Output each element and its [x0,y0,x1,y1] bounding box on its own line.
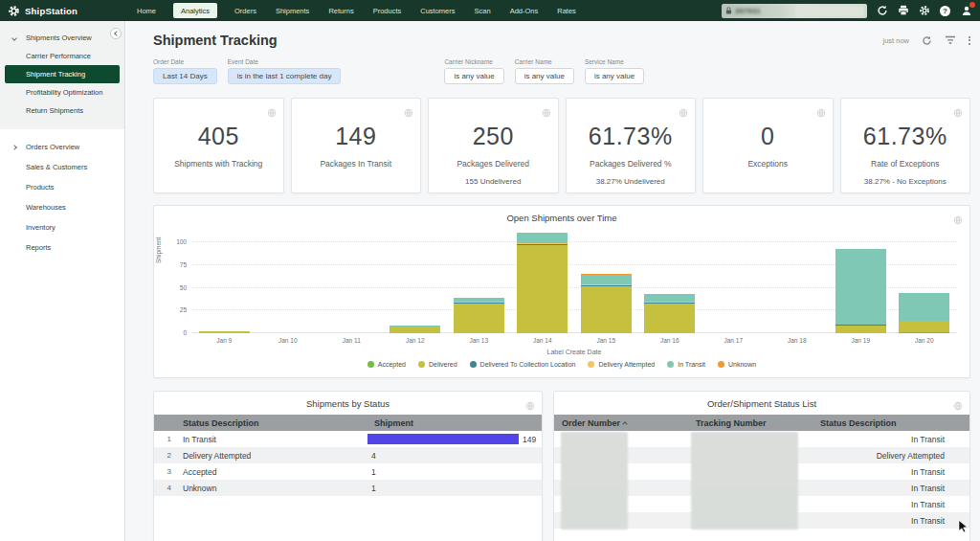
bar-jan-12[interactable] [384,231,448,333]
legend-item[interactable]: Delivery Attempted [588,361,655,368]
tables-row: Shipments by Status Status Description S… [153,391,970,541]
bar-jan-16[interactable] [638,231,702,333]
table-row[interactable]: 2 Delivery Attempted 4 [154,447,542,463]
bar-segment [899,321,949,332]
main-content: Shipment Tracking just now Order Date La… [126,21,980,541]
bar-segment [390,327,440,333]
explore-tile-icon[interactable] [816,104,826,122]
explore-tile-icon[interactable] [542,104,551,122]
explore-tile-icon[interactable] [953,104,963,122]
legend-dot [718,361,724,368]
bar-jan-14[interactable] [511,231,575,333]
sidebar-item-products[interactable]: Products [0,177,124,197]
sidebar-item-reports[interactable]: Reports [0,237,124,258]
table-header: Status Description Shipment [154,415,542,431]
bar-jan-17[interactable] [702,231,766,333]
table-row[interactable]: 1 In Transit 149 [154,431,542,447]
nav-item-orders[interactable]: Orders [233,4,258,18]
column-status-description[interactable]: Status Description [175,418,367,428]
help-icon[interactable]: ? [939,5,951,17]
bar-jan-19[interactable] [829,231,893,333]
kpi-card-3: 61.73%Packages Delivered %38.27% Undeliv… [566,98,697,193]
nav-item-analytics[interactable]: Analytics [173,3,217,18]
top-nav: ShipStation Home Analytics Orders Shipme… [0,0,980,21]
bar-jan-13[interactable] [447,231,511,333]
nav-item-shipments[interactable]: Shipments [274,4,311,18]
nav-item-products[interactable]: Products [371,4,404,18]
legend-item[interactable]: Accepted [368,361,406,368]
sidebar-item-shipments-overview[interactable]: Shipments Overview [0,29,124,47]
bar-segment [835,249,886,326]
service-name-filter[interactable]: is any value [585,68,644,84]
explore-tile-icon[interactable] [679,104,688,122]
legend-item[interactable]: Delivered To Collection Location [470,361,576,368]
sidebar-item-shipment-tracking[interactable]: Shipment Tracking [5,65,120,83]
redacted-tracking-numbers [691,432,798,530]
bar-jan-18[interactable] [766,231,830,333]
explore-tile-icon[interactable] [404,104,413,122]
y-axis-label: Shipment [155,237,162,263]
sidebar-group-shipments-overview: Shipments Overview Carrier Performance S… [0,21,124,129]
kpi-sub-value: 38.27% Undelivered [567,177,696,186]
nav-item-addons[interactable]: Add-Ons [508,4,541,18]
explore-tile-icon[interactable] [953,397,963,415]
legend-dot [470,361,477,368]
settings-icon[interactable] [918,5,930,17]
explore-tile-icon[interactable] [267,104,277,122]
column-order-number[interactable]: Order Number [554,418,688,428]
bar-jan-10[interactable] [256,231,321,333]
explore-tile-icon[interactable] [525,397,535,415]
column-tracking-number[interactable]: Tracking Number [688,418,813,428]
value-bar [368,434,519,444]
column-shipment[interactable]: Shipment [367,418,542,428]
print-icon[interactable] [897,5,909,17]
legend-item[interactable]: In Transit [667,361,705,368]
account-icon[interactable] [960,5,972,17]
nav-item-customers[interactable]: Customers [418,4,457,18]
order-date-filter[interactable]: Last 14 Days [153,68,217,84]
legend-item[interactable]: Unknown [718,361,756,368]
sidebar-item-carrier-performance[interactable]: Carrier Performance [0,47,124,65]
shipstation-logo[interactable]: ShipStation [8,5,78,17]
sidebar-item-inventory[interactable]: Inventory [0,217,124,237]
bar-jan-9[interactable] [192,231,256,333]
sidebar-item-sales-customers[interactable]: Sales & Customers [0,157,124,177]
event-date-filter[interactable]: is in the last 1 complete day [228,68,342,84]
lock-icon [725,7,732,14]
kpi-sub-value: 155 Undelivered [429,177,558,186]
carrier-nickname-filter[interactable]: is any value [444,68,503,84]
bar-jan-11[interactable] [320,231,384,333]
column-status-description[interactable]: Status Description [813,418,969,428]
search-input[interactable]: 397931 [722,4,867,18]
table-row[interactable]: 3 Accepted 1 [154,463,542,480]
sidebar-items: Orders Overview Sales & Customers Produc… [0,129,124,258]
filter-icon[interactable] [945,35,956,45]
nav-item-returns[interactable]: Returns [326,4,355,18]
x-axis-ticks: Jan 9Jan 10Jan 11Jan 12Jan 13Jan 14Jan 1… [192,337,956,344]
sidebar-item-profitability-optimization[interactable]: Profitability Optimization [0,83,124,101]
sidebar-collapse-button[interactable] [110,28,122,39]
chart-legend: AcceptedDeliveredDelivered To Collection… [154,361,969,368]
bar-jan-15[interactable] [574,231,638,333]
sidebar-item-warehouses[interactable]: Warehouses [0,197,124,217]
refresh-icon[interactable] [876,5,888,17]
nav-item-home[interactable]: Home [135,4,158,18]
nav-item-scan[interactable]: Scan [473,4,493,18]
bar-jan-20[interactable] [893,231,957,333]
refresh-dashboard-icon[interactable] [922,35,932,46]
kpi-label: Packages Delivered % [567,159,696,169]
legend-item[interactable]: Delivered [418,361,457,368]
kpi-card-5: 61.73%Rate of Exceptions38.27% - No Exce… [840,98,971,193]
bar-segment [517,233,568,243]
chevron-down-icon [11,35,17,41]
explore-tile-icon[interactable] [953,212,963,229]
chart-plot-area [192,231,956,333]
table-row[interactable]: 4 Unknown 1 [154,480,542,496]
sidebar-item-return-shipments[interactable]: Return Shipments [0,101,124,120]
carrier-name-filter[interactable]: is any value [515,68,574,84]
more-options-icon[interactable] [969,36,970,45]
sidebar-item-orders-overview[interactable]: Orders Overview [0,137,124,157]
kpi-card-1: 149Packages In Transit [291,98,422,193]
legend-dot [667,361,674,368]
nav-item-rates[interactable]: Rates [555,4,578,18]
